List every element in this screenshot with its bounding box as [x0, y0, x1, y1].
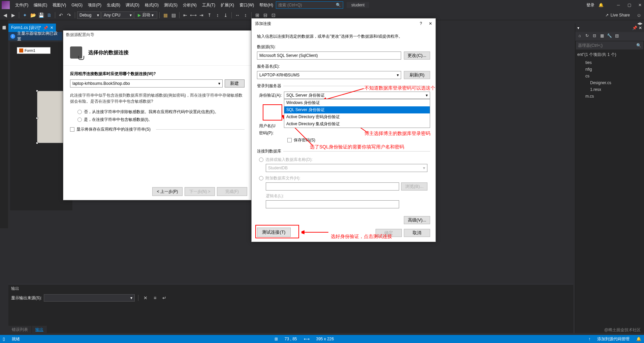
menu-git[interactable]: Git(G): [69, 1, 85, 9]
menu-project[interactable]: 项目(P): [85, 1, 104, 9]
tree-item[interactable]: Designer.cs: [575, 79, 644, 86]
align-right-icon[interactable]: ⇥: [198, 11, 205, 19]
close-icon[interactable]: ✕: [429, 21, 432, 26]
show-connstring-check[interactable]: 显示将保存在应用程序中的连接字符串(S): [70, 127, 245, 132]
vspace-icon[interactable]: ↕: [242, 11, 249, 19]
advanced-button[interactable]: 高级(V)...: [404, 216, 430, 224]
wizard-next-button[interactable]: 下一步(N) >: [185, 187, 215, 196]
align-mid-icon[interactable]: ↕: [214, 11, 221, 19]
toolbar-icon-b[interactable]: ⊟: [262, 11, 269, 19]
tree-item[interactable]: ties: [575, 59, 644, 66]
align-left-icon[interactable]: ⇤: [182, 11, 189, 19]
radio-icon[interactable]: [259, 176, 263, 180]
toolbar-icon-a[interactable]: ⊞: [254, 11, 261, 19]
close-icon[interactable]: ✕: [639, 26, 642, 30]
open-icon[interactable]: 📂: [29, 11, 37, 19]
resize-handle[interactable]: [36, 117, 38, 119]
clear-icon[interactable]: ✕: [142, 294, 149, 302]
auth-option-windows[interactable]: Windows 身份验证: [284, 99, 430, 106]
solution-title[interactable]: ent"(1 个项目/共 1 个): [575, 50, 644, 59]
menu-build[interactable]: 生成(B): [104, 1, 123, 9]
radio-exclude[interactable]: 否，从连接字符串中排除敏感数据。我将在应用程序代码中设置此信息(E)。: [77, 109, 245, 115]
right-collapse-icon[interactable]: ◀▶: [637, 22, 643, 25]
tree-item[interactable]: 1.resx: [575, 86, 644, 93]
nav-back-icon[interactable]: ◀: [1, 11, 9, 19]
tab-error-list[interactable]: 错误列表: [8, 326, 31, 334]
menu-window[interactable]: 窗口(W): [237, 1, 257, 9]
test-connection-button[interactable]: 测试连接(T): [257, 228, 291, 237]
ok-button[interactable]: 确定: [376, 229, 402, 237]
radio-icon[interactable]: [259, 158, 263, 162]
menu-extensions[interactable]: 扩展(X): [218, 1, 237, 9]
show-all-icon[interactable]: ▦: [599, 33, 605, 39]
refresh-icon[interactable]: ↻: [584, 33, 590, 39]
tb-icon-1[interactable]: ▦: [162, 11, 169, 19]
hspace-icon[interactable]: ↔: [234, 11, 241, 19]
tree-item[interactable]: m.cs: [575, 93, 644, 100]
scm-icon[interactable]: ↑: [588, 337, 590, 341]
solution-search-input[interactable]: 器理器(Ctrl+;) 🔍: [576, 41, 643, 49]
resize-handle[interactable]: [36, 142, 38, 144]
save-all-icon[interactable]: 🗎: [45, 11, 53, 19]
change-button[interactable]: 更改(C)...: [404, 52, 430, 60]
platform-combo[interactable]: Any CPU: [101, 11, 133, 19]
menu-analyze[interactable]: 分析(N): [180, 1, 199, 9]
tree-item[interactable]: nfig: [575, 66, 644, 73]
align-center-icon[interactable]: ⟷: [190, 11, 197, 19]
undo-icon[interactable]: ↶: [57, 11, 65, 19]
maximize-icon[interactable]: ▢: [627, 3, 632, 7]
close-tab-icon[interactable]: ✕: [50, 26, 53, 30]
radio-include[interactable]: 是，在连接字符串中包含敏感数据(I)。: [77, 117, 245, 123]
nav-fwd-icon[interactable]: ▶: [9, 11, 17, 19]
home-icon[interactable]: ⌂: [577, 33, 583, 39]
status-scm[interactable]: 添加到源代码管理: [597, 336, 630, 342]
redo-icon[interactable]: ↷: [65, 11, 73, 19]
menu-edit[interactable]: 编辑(E): [31, 1, 50, 9]
save-icon[interactable]: 💾: [37, 11, 45, 19]
align-top-icon[interactable]: ⤒: [206, 11, 213, 19]
rail-toolbox[interactable]: 工具箱: [0, 20, 0, 228]
chevron-icon[interactable]: ▾: [577, 26, 579, 30]
align-bot-icon[interactable]: ⤓: [222, 11, 229, 19]
collapse-icon[interactable]: ⊟: [591, 33, 598, 39]
browse-button[interactable]: 浏览(B)...: [401, 182, 427, 191]
new-file-icon[interactable]: ✦: [21, 11, 29, 19]
auth-combo[interactable]: SQL Server 身份验证 Windows 身份验证 SQL Server …: [284, 92, 430, 99]
tb-icon-2[interactable]: ▤: [170, 11, 177, 19]
wrap-icon[interactable]: ↵: [161, 294, 168, 302]
menu-test[interactable]: 测试(S): [161, 1, 180, 9]
cancel-button[interactable]: 取消: [404, 229, 430, 237]
output-source-combo[interactable]: ▾: [44, 294, 135, 302]
toggle-icon[interactable]: ≡: [151, 294, 159, 302]
save-password-check[interactable]: 保存密码(S): [287, 137, 430, 143]
close-window-icon[interactable]: ✕: [638, 3, 642, 7]
minimize-icon[interactable]: ─: [616, 3, 621, 7]
tab-output[interactable]: 输出: [32, 326, 47, 334]
new-connection-button[interactable]: 新建: [225, 79, 245, 88]
help-icon[interactable]: ?: [420, 21, 422, 26]
pin-icon[interactable]: 📌: [43, 26, 48, 30]
wizard-finish-button[interactable]: 完成(F): [217, 187, 247, 196]
wizard-prev-button[interactable]: < 上一步(P): [152, 187, 183, 196]
server-combo[interactable]: LAPTOP-KRHBSUMS ▾: [257, 71, 401, 79]
menu-help[interactable]: 帮助(H): [257, 1, 276, 9]
database-combo[interactable]: StudentDB ▾: [266, 164, 427, 172]
menu-view[interactable]: 视图(V): [50, 1, 69, 9]
preview-icon[interactable]: ▤: [614, 33, 620, 39]
live-share-button[interactable]: ↗ Live Share: [601, 13, 635, 18]
menu-file[interactable]: 文件(F): [12, 1, 31, 9]
refresh-button[interactable]: 刷新(R): [404, 71, 430, 79]
start-button[interactable]: ▶ 启动 ▾: [134, 11, 157, 19]
user-badge[interactable]: student: [347, 2, 369, 8]
rail-server-explorer[interactable]: 服务器资源管理器: [0, 20, 8, 228]
auth-option-ad-int[interactable]: Active Directory 集成身份验证: [284, 121, 430, 128]
status-bell-icon[interactable]: 🔔: [636, 337, 641, 341]
pin-icon[interactable]: 📌: [632, 26, 637, 30]
feedback-icon[interactable]: ☺: [635, 11, 643, 19]
menu-debug[interactable]: 调试(D): [123, 1, 142, 9]
resize-handle[interactable]: [36, 90, 38, 92]
global-search-input[interactable]: 搜索 (Ctrl+Q) 🔍: [276, 1, 343, 9]
auth-option-sql[interactable]: SQL Server 身份验证: [284, 106, 430, 113]
login-link[interactable]: 登录: [586, 2, 594, 8]
menu-format[interactable]: 格式(O): [142, 1, 161, 9]
